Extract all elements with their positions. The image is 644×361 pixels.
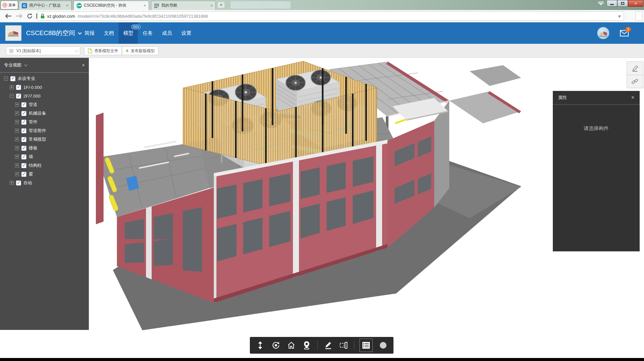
expand-icon[interactable]: +: [15, 103, 19, 107]
version-selector[interactable]: V1 [初始版本]: [6, 46, 80, 55]
tab-close-icon[interactable]: ×: [66, 3, 68, 8]
toolbar-collapse-icon[interactable]: [597, 1, 605, 7]
toolbar-divider: [317, 341, 318, 350]
nav-briefing[interactable]: 简报: [80, 22, 99, 44]
nav-settings[interactable]: 设置: [177, 22, 196, 44]
expand-icon[interactable]: +: [15, 172, 19, 176]
expand-icon[interactable]: +: [10, 181, 14, 185]
checkbox-checked[interactable]: ✓: [21, 102, 26, 107]
checkbox-checked[interactable]: ✓: [21, 146, 26, 151]
collapse-icon[interactable]: −: [10, 94, 14, 98]
url-field[interactable]: xz.glodon.com/model/#!/e73c8c46c9bb4d60a…: [37, 11, 624, 21]
home-icon[interactable]: [286, 340, 296, 350]
tree-label: 常规模型: [29, 136, 46, 142]
xiezhu-favicon: [76, 3, 82, 8]
checkbox-checked[interactable]: ✓: [21, 172, 26, 177]
new-tab-button[interactable]: +: [218, 2, 224, 8]
checkbox-checked[interactable]: ✓: [21, 137, 26, 142]
tree-item-auto[interactable]: +✓自动: [0, 178, 89, 187]
view-model-files-label: 查看模型文件: [94, 48, 118, 54]
nav-tasks[interactable]: 任务: [138, 22, 157, 44]
panel-chevron-down-icon[interactable]: [24, 63, 28, 66]
section-box-icon[interactable]: [339, 340, 349, 350]
window-close-button[interactable]: ×: [628, 0, 643, 7]
checkbox-checked[interactable]: ✓: [16, 180, 21, 186]
expand-icon[interactable]: +: [10, 85, 14, 89]
expand-icon[interactable]: +: [15, 120, 19, 124]
favorites-panel-button[interactable]: [635, 11, 643, 21]
checkbox-checked[interactable]: ✓: [16, 85, 21, 90]
workspace-title[interactable]: CSCEC8B的空间: [26, 22, 81, 44]
expand-icon[interactable]: +: [15, 111, 19, 115]
forward-button[interactable]: [15, 12, 23, 20]
browser-menu-button[interactable]: U 菜单: [1, 1, 18, 9]
viewer-toolbar: [250, 337, 393, 354]
favorite-heart-icon[interactable]: ♥: [618, 13, 621, 19]
expand-icon[interactable]: +: [15, 163, 19, 167]
tab-close-icon[interactable]: ×: [210, 3, 213, 8]
orbit-icon[interactable]: [271, 340, 281, 350]
markup-pencil-button[interactable]: [627, 62, 643, 75]
record-icon[interactable]: [378, 340, 388, 350]
url-path: /model/#!/e73c8c46c9bb4d60ada7fe9c8f2342…: [77, 14, 208, 19]
refresh-button[interactable]: [25, 12, 34, 20]
annotate-icon[interactable]: [323, 340, 333, 350]
version-toolbar: V1 [初始版本] 查看模型文件 + 发布新版模型: [0, 44, 644, 58]
checkbox-checked[interactable]: ✓: [21, 111, 26, 116]
user-avatar[interactable]: [597, 27, 609, 39]
collapse-icon[interactable]: −: [4, 77, 8, 81]
tree-label: 窗: [29, 171, 33, 177]
component-list-icon[interactable]: [360, 339, 372, 352]
view-model-files-button[interactable]: 查看模型文件: [84, 46, 122, 55]
checkbox-checked[interactable]: ✓: [21, 163, 26, 168]
tab-label: 用户中心 - 广联达: [29, 3, 61, 8]
main-nav: 简报 文档 模型beta 任务 成员 设置: [80, 22, 196, 44]
fit-view-icon[interactable]: [255, 340, 265, 350]
tree-item-slabs[interactable]: +✓楼板: [0, 144, 89, 152]
tree-item-unset-discipline[interactable]: −✓未设专业: [0, 74, 89, 83]
tree-item-windows[interactable]: +✓窗: [0, 170, 89, 178]
checkbox-checked[interactable]: ✓: [21, 120, 26, 125]
nav-members[interactable]: 成员: [157, 22, 177, 44]
checkbox-checked[interactable]: ✓: [21, 128, 26, 133]
properties-empty-hint: 请选择构件: [553, 105, 640, 132]
tree-item-walls[interactable]: +✓墙: [0, 152, 89, 161]
expand-icon[interactable]: +: [15, 137, 19, 141]
tree-label: 管件: [29, 119, 37, 125]
project-thumbnail: [5, 25, 21, 41]
checkbox-checked[interactable]: ✓: [10, 76, 15, 81]
tree-item-structural-columns[interactable]: +✓结构柱: [0, 161, 89, 170]
tab-cscec8b-space[interactable]: CSCEC8B的空间 - 协筑 ×: [73, 1, 149, 10]
nav-documents[interactable]: 文档: [99, 22, 119, 44]
checkbox-checked[interactable]: ✓: [16, 94, 21, 99]
window-maximize-button[interactable]: [617, 0, 628, 7]
tree-item-pipe-accessories[interactable]: +✓管道附件: [0, 126, 89, 135]
tab-label: 我的导航: [161, 3, 177, 8]
window-minimize-button[interactable]: [607, 0, 617, 7]
share-link-button[interactable]: [627, 75, 643, 88]
tree-item-mechanical-equipment[interactable]: +✓机械设备: [0, 109, 89, 118]
tree-item-pipe-fittings[interactable]: +✓管件: [0, 118, 89, 126]
properties-close-icon[interactable]: ×: [631, 95, 634, 101]
app-header: CSCEC8B的空间 简报 文档 模型beta 任务 成员 设置 3: [0, 22, 644, 44]
back-button[interactable]: [4, 12, 13, 20]
tree-item-floor-2f[interactable]: −✓2F/7.000: [0, 92, 89, 100]
tree-label: 管道附件: [29, 128, 46, 134]
publish-new-version-button[interactable]: + 发布新版模型: [122, 46, 158, 55]
walkthrough-icon[interactable]: [302, 340, 312, 350]
expand-icon[interactable]: +: [15, 146, 19, 150]
expand-icon[interactable]: +: [15, 155, 19, 159]
tree-item-pipes[interactable]: +✓管道: [0, 100, 89, 109]
nav-model[interactable]: 模型beta: [119, 22, 138, 44]
tab-my-navigation[interactable]: 我的导航 ×: [151, 1, 216, 10]
checkbox-checked[interactable]: ✓: [21, 154, 26, 159]
tab-close-icon[interactable]: ×: [144, 3, 146, 8]
https-lock-icon: [40, 13, 45, 19]
tree-item-floor-1f[interactable]: +✓1F/-0.000: [0, 83, 89, 92]
expand-icon[interactable]: +: [15, 129, 19, 133]
panel-close-icon[interactable]: ×: [82, 62, 85, 68]
browser-tabstrip: U 菜单 G 用户中心 - 广联达 × CSCEC8B的空间 - 协筑 × 我的…: [0, 0, 644, 10]
tab-user-center[interactable]: G 用户中心 - 广联达 ×: [19, 1, 71, 10]
tree-item-generic-models[interactable]: +✓常规模型: [0, 135, 89, 144]
discipline-tree: −✓未设专业 +✓1F/-0.000 −✓2F/7.000 +✓管道 +✓机械设…: [0, 73, 89, 187]
